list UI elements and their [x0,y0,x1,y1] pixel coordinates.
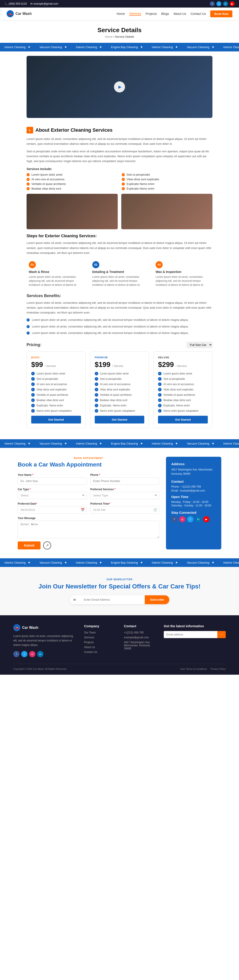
phone-info: 📞 (406) 555-0120 [5,2,27,5]
banner-star-b3: ✦ [99,441,102,445]
banner-star-3: ✦ [99,45,102,49]
banner-star-b2: ✦ [64,441,67,445]
nav-link-services[interactable]: Services [129,12,141,16]
step-text-2: Lorem ipsum dolor sit amet, consectetur … [92,275,147,287]
footer-link-about-us[interactable]: About Us [84,646,115,649]
steps-title: Steps for Exterior Cleaning Services: [27,234,212,239]
subscribe-button[interactable]: Subscribe [145,595,169,604]
newsletter-email-icon: ✉ [70,595,79,604]
price-amount-basic: $99 / Service [31,361,81,369]
youtube-icon[interactable]: ▶ [230,1,234,6]
footer-logo-icon: 🚗 [13,624,21,631]
form-actions: Submit ↗ [18,541,159,549]
date-input[interactable] [18,506,87,514]
pf-prem-4: Vitae dicta sunt explicabo [95,388,144,391]
get-started-deluxe-button[interactable]: Get Started [158,416,208,423]
name-label: Your Name * [18,473,87,476]
check-text-6: Explicatio Nemo enim [127,182,155,186]
footer-linkedin-icon[interactable]: in [37,651,43,657]
footer-email-submit[interactable]: → [217,631,226,638]
nav-link-about[interactable]: About Us [174,12,186,16]
message-input[interactable] [18,520,159,538]
footer-email-input[interactable] [164,631,217,638]
preferred-services-select[interactable]: Select Type Interior Cleaning Exterior C… [90,492,159,499]
clock-icon: 🕙 [154,508,157,512]
submit-button[interactable]: Submit [18,541,41,549]
banner-text-6: Vacuum Cleaning [187,45,209,49]
banner-text-b5: Interior Cleaning [152,442,173,445]
footer-email-form: → [164,631,226,638]
contact-phone-value: +1(212) 456-789 [181,485,201,488]
nav-link-home[interactable]: Home [117,12,125,16]
info-twitter-icon[interactable]: t [187,516,193,522]
nav-link-contact[interactable]: Contact Us [190,12,206,16]
preferred-services-label: Preferred Services * [90,488,159,491]
nav-link-projects[interactable]: Projects [146,12,157,16]
contact-email: Email : example@gmail.com [171,489,216,492]
size-select[interactable]: Full Size Car Small Car SUV [187,342,212,348]
check-dot-7 [27,187,30,190]
about-section: L About Exterior Cleaning Services Lorem… [20,123,219,439]
book-now-button[interactable]: Book Now [210,10,233,17]
scroll-banner-2: Interior Cleaning ✦ Vacuum Cleaning ✦ In… [0,439,239,448]
footer-link-projects[interactable]: Projects [84,641,115,644]
banner-star-c6: ✦ [212,560,214,565]
newsletter-email-input[interactable] [79,595,145,604]
footer-link-services[interactable]: Services [84,636,115,639]
footer-link-our-team[interactable]: Our Team [84,631,115,634]
info-linkedin-icon[interactable]: in [195,516,201,522]
benefit-item-2: Lorem ipsum dolor sit amet, consectetur … [27,325,212,329]
check-text-5: Veritatis et quasi architecto [32,182,66,186]
check-item-7: Beatiae vitae dicta sunt [27,187,117,190]
form-group-name: Your Name * [18,473,87,485]
twitter-icon[interactable]: t [217,1,221,6]
banner-text-3: Interior Cleaning [76,45,97,49]
name-input[interactable] [18,477,87,485]
time-input[interactable] [90,506,159,514]
breadcrumb-home[interactable]: Home [105,35,112,38]
banner-text-c6: Vacuum Cleaning [187,561,209,564]
info-facebook-icon[interactable]: f [171,516,177,522]
banner-item-7: Interior Cleaning ✦ [219,45,239,49]
logo-text: Car Wash [16,12,32,16]
appointment-info-card: Address 4817 Washington Ave. Manchester,… [166,457,221,549]
footer-instagram-icon[interactable]: ◎ [29,651,35,657]
phone-input[interactable] [90,477,159,485]
banner-item-c6: Vacuum Cleaning ✦ [182,560,219,565]
banner-text-1: Interior Cleaning [5,45,25,49]
get-started-premium-button[interactable]: Get Started [95,416,144,423]
banner-star-1: ✦ [28,45,30,49]
form-group-phone: Phone * [90,473,159,485]
footer-link-contact-us[interactable]: Contact Us [84,651,115,654]
check-dot-4 [122,178,125,181]
facebook-icon[interactable]: f [210,1,215,6]
car-type-label: Car Type * [18,488,87,491]
footer-twitter-icon[interactable]: t [21,651,27,657]
banner-star-c5: ✦ [175,560,178,565]
pf-prem-8: Nemo enim ipsum voluptatem [95,409,144,413]
footer-col-about: 🚗 Car Wash Lorem ipsum dolor sit amet, c… [13,624,75,657]
pf-basic-1: Lorem ipsum dolor amet [31,372,81,375]
info-youtube-icon[interactable]: ▶ [203,516,209,522]
info-instagram-icon[interactable]: ◎ [179,516,185,522]
pf-del-6: Beatiae vitae dicta sunt [158,398,208,402]
pricing-header: Pricing: Full Size Car Small Car SUV [27,342,212,348]
banner-text-7: Interior Cleaning [223,45,239,49]
footer-terms-link[interactable]: User Terms & Conditions [180,668,207,670]
price-card-deluxe: DELUXE $299 / Service Lorem ipsum dolor … [154,352,212,428]
pf-basic-2: Sed ut perspicialis [31,377,81,381]
footer-contact-email: example@gmail.com [124,636,155,639]
footer-privacy-link[interactable]: Privacy Policy [211,668,226,670]
play-button[interactable] [114,81,125,92]
check-dot-2 [122,173,125,176]
share-button[interactable]: ↗ [43,541,51,549]
car-type-select[interactable]: Select Sedan SUV Truck [18,492,87,499]
address-value: 4817 Washington Ave. Manchester, Kentuck… [171,468,216,476]
linkedin-icon[interactable]: in [223,1,228,6]
get-started-basic-button[interactable]: Get Started [31,416,81,423]
banner-star-b5: ✦ [175,441,178,445]
footer-facebook-icon[interactable]: f [13,651,19,657]
benefit-item-1: Lorem ipsum dolor sit amet, consectetur … [27,318,212,322]
phone-number: (406) 555-0120 [9,2,27,5]
nav-link-blogs[interactable]: Blogs [161,12,169,16]
